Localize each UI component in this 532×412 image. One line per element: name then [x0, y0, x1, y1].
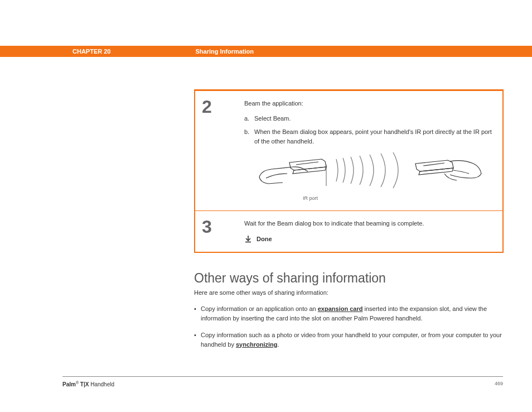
intro-text: Here are some other ways of sharing info…: [194, 289, 328, 296]
list-item: • Copy information or an application ont…: [194, 304, 504, 323]
ir-port-label: IR port: [127, 195, 494, 203]
sub-text: Select Beam.: [254, 114, 291, 123]
page-number: 469: [495, 381, 503, 386]
beam-illustration: IR port: [244, 150, 494, 203]
step-content: Beam the application: a. Select Beam. b.…: [244, 91, 502, 210]
sub-letter: a.: [244, 114, 254, 123]
step-content: Wait for the Beam dialog box to indicate…: [244, 211, 502, 252]
expansion-card-link[interactable]: expansion card: [318, 305, 363, 312]
synchronizing-link[interactable]: synchronizing: [236, 341, 278, 348]
footer-divider: [62, 376, 503, 377]
bullet-text: Copy information or an application onto …: [201, 304, 504, 323]
done-arrow-icon: [244, 235, 252, 243]
bullet-marker: •: [194, 330, 201, 349]
step-3: 3 Wait for the Beam dialog box to indica…: [195, 211, 502, 252]
step-number: 3: [195, 211, 244, 252]
svg-line-2: [423, 163, 444, 166]
bullet-marker: •: [194, 304, 201, 323]
bullet-text: Copy information such as a photo or vide…: [201, 330, 504, 349]
bullet-list: • Copy information or an application ont…: [194, 304, 504, 357]
done-label: Done: [257, 234, 272, 244]
sub-item-b: b. When the Beam dialog box appears, poi…: [244, 127, 494, 146]
section-heading: Other ways of sharing information: [194, 271, 386, 286]
steps-container: 2 Beam the application: a. Select Beam. …: [194, 89, 504, 253]
section-title: Sharing Information: [195, 48, 254, 55]
sub-item-a: a. Select Beam.: [244, 114, 494, 123]
done-row: Done: [244, 234, 494, 244]
sub-letter: b.: [244, 127, 254, 146]
header-bar: CHAPTER 20 Sharing Information: [0, 46, 532, 57]
footer-product: Palm® T|X Handheld: [62, 381, 114, 387]
svg-line-0: [296, 162, 318, 165]
sub-text: When the Beam dialog box appears, point …: [254, 127, 494, 146]
step-intro: Wait for the Beam dialog box to indicate…: [244, 219, 494, 228]
step-intro: Beam the application:: [244, 99, 494, 108]
chapter-label: CHAPTER 20: [72, 48, 110, 55]
step-2: 2 Beam the application: a. Select Beam. …: [195, 91, 502, 211]
step-number: 2: [195, 91, 244, 210]
list-item: • Copy information such as a photo or vi…: [194, 330, 504, 349]
